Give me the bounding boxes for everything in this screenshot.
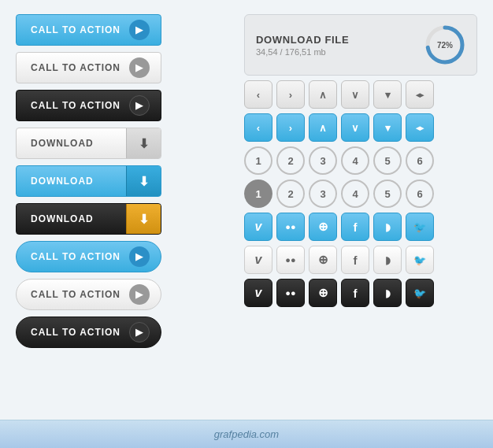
progress-circle: 72% — [424, 24, 465, 65]
cta-button-white-pill[interactable]: CALL TO ACTION ▶ — [16, 279, 161, 310]
nav-down-gray[interactable]: ∨ — [341, 80, 369, 109]
num-2-gray[interactable]: 2 — [276, 146, 305, 175]
nav-lr-gray[interactable]: ◂▸ — [406, 80, 434, 109]
download-label-blue: DOWNLOAD — [31, 176, 94, 187]
download-arrow-white: ⬇ — [126, 128, 161, 159]
nav-lr-blue[interactable]: ◂▸ — [406, 113, 434, 142]
download-label-white: DOWNLOAD — [31, 138, 94, 149]
num-4-mixed[interactable]: 4 — [341, 180, 369, 208]
download-button-dark[interactable]: DOWNLOAD ⬇ — [16, 203, 161, 235]
left-column: CALL TO ACTION ▶ CALL TO ACTION ▶ CALL T… — [16, 14, 228, 412]
num-3-gray[interactable]: 3 — [309, 146, 337, 175]
download-card-title: DOWNLOAD FILE — [256, 34, 349, 46]
flickr-blue[interactable]: ●● — [276, 213, 305, 241]
cta-button-dark[interactable]: CALL TO ACTION ▶ — [16, 90, 161, 121]
nav-down-small-gray[interactable]: ▾ — [373, 80, 402, 109]
nav-row-gray: ‹ › ∧ ∨ ▾ ◂▸ — [244, 80, 477, 109]
download-arrow-blue: ⬇ — [126, 165, 161, 197]
cta-label-white: CALL TO ACTION — [31, 62, 120, 73]
cta-label-blue-pill: CALL TO ACTION — [31, 251, 120, 262]
dribbble-white[interactable]: ⊕ — [309, 246, 337, 274]
num-4-gray[interactable]: 4 — [341, 146, 369, 175]
download-arrow-dark: ⬇ — [126, 203, 161, 235]
play-icon-blue: ▶ — [129, 20, 150, 40]
cta-button-white[interactable]: CALL TO ACTION ▶ — [16, 52, 161, 83]
facebook-blue[interactable]: f — [341, 213, 369, 241]
twitter-white[interactable]: 🐦 — [406, 246, 434, 274]
cta-button-blue[interactable]: CALL TO ACTION ▶ — [16, 14, 161, 46]
nav-row-blue: ‹ › ∧ ∨ ▾ ◂▸ — [244, 113, 477, 142]
vimeo-blue[interactable]: v — [244, 213, 272, 241]
twitter-blue[interactable]: 🐦 — [406, 213, 434, 241]
dribbble-blue[interactable]: ⊕ — [309, 213, 337, 241]
download-card: DOWNLOAD FILE 34,54 / 176,51 mb 72% — [244, 14, 477, 76]
num-6-gray[interactable]: 6 — [406, 146, 434, 175]
footer: grafpedia.com — [0, 420, 493, 448]
download-button-white[interactable]: DOWNLOAD ⬇ — [16, 128, 161, 159]
right-column: DOWNLOAD FILE 34,54 / 176,51 mb 72% ‹ › … — [244, 14, 477, 412]
num-1-active[interactable]: 1 — [244, 180, 272, 208]
social-row-blue: v ●● ⊕ f ◗ 🐦 — [244, 213, 477, 241]
play-icon-dark: ▶ — [129, 95, 150, 116]
rss-white[interactable]: ◗ — [373, 246, 402, 274]
cta-button-blue-pill[interactable]: CALL TO ACTION ▶ — [16, 241, 161, 272]
social-row-white: v ●● ⊕ f ◗ 🐦 — [244, 246, 477, 274]
facebook-white[interactable]: f — [341, 246, 369, 274]
flickr-white[interactable]: ●● — [276, 246, 305, 274]
num-row-gray: 1 2 3 4 5 6 — [244, 146, 477, 175]
play-icon-dark-pill: ▶ — [129, 322, 150, 342]
download-card-size: 34,54 / 176,51 mb — [256, 47, 349, 57]
play-icon-white: ▶ — [129, 57, 150, 78]
dribbble-dark[interactable]: ⊕ — [309, 279, 337, 307]
play-icon-white-pill: ▶ — [129, 284, 150, 305]
twitter-dark[interactable]: 🐦 — [406, 279, 434, 307]
num-6-mixed[interactable]: 6 — [406, 180, 434, 208]
num-5-mixed[interactable]: 5 — [373, 180, 402, 208]
cta-label-dark-pill: CALL TO ACTION — [31, 327, 120, 338]
nav-up-blue[interactable]: ∧ — [309, 113, 337, 142]
download-button-blue[interactable]: DOWNLOAD ⬇ — [16, 165, 161, 197]
nav-right-gray[interactable]: › — [276, 80, 305, 109]
cta-label-blue: CALL TO ACTION — [31, 24, 120, 35]
cta-label-dark: CALL TO ACTION — [31, 100, 120, 111]
num-row-mixed: 1 2 3 4 5 6 — [244, 180, 477, 208]
footer-text: grafpedia.com — [214, 428, 279, 440]
vimeo-white[interactable]: v — [244, 246, 272, 274]
vimeo-dark[interactable]: v — [244, 279, 272, 307]
num-3-mixed[interactable]: 3 — [309, 180, 337, 208]
num-1-gray[interactable]: 1 — [244, 146, 272, 175]
nav-right-blue[interactable]: › — [276, 113, 305, 142]
nav-down-blue[interactable]: ∨ — [341, 113, 369, 142]
download-card-info: DOWNLOAD FILE 34,54 / 176,51 mb — [256, 34, 349, 57]
progress-label: 72% — [437, 41, 453, 50]
nav-left-gray[interactable]: ‹ — [244, 80, 272, 109]
rss-blue[interactable]: ◗ — [373, 213, 402, 241]
facebook-dark[interactable]: f — [341, 279, 369, 307]
num-5-gray[interactable]: 5 — [373, 146, 402, 175]
cta-label-white-pill: CALL TO ACTION — [31, 289, 120, 300]
rss-dark[interactable]: ◗ — [373, 279, 402, 307]
nav-up-gray[interactable]: ∧ — [309, 80, 337, 109]
play-icon-blue-pill: ▶ — [129, 246, 150, 267]
social-row-dark: v ●● ⊕ f ◗ 🐦 — [244, 279, 477, 307]
cta-button-dark-pill[interactable]: CALL TO ACTION ▶ — [16, 317, 161, 348]
nav-left-blue[interactable]: ‹ — [244, 113, 272, 142]
download-label-dark: DOWNLOAD — [31, 213, 94, 224]
num-2-mixed[interactable]: 2 — [276, 180, 305, 208]
flickr-dark[interactable]: ●● — [276, 279, 305, 307]
nav-down-small-blue[interactable]: ▾ — [373, 113, 402, 142]
